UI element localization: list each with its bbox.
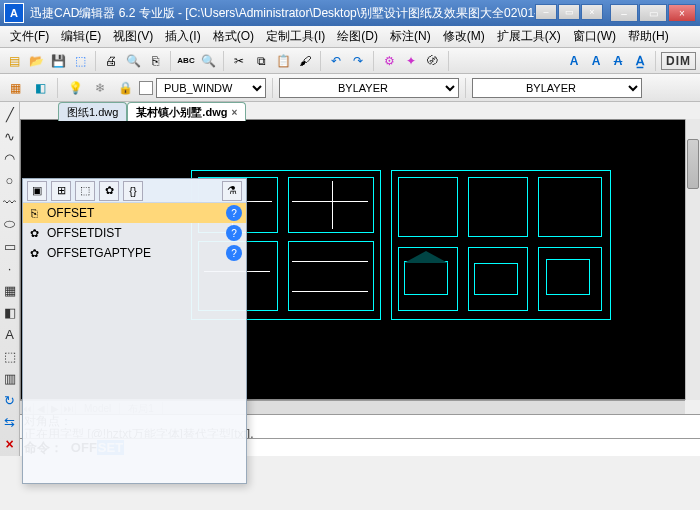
publish-icon[interactable]: ⎘ (145, 51, 165, 71)
saveall-icon[interactable]: ⬚ (70, 51, 90, 71)
standard-toolbar: ▤ 📂 💾 ⬚ 🖨 🔍 ⎘ ABC 🔍 ✂ ⧉ 📋 🖌 ↶ ↷ ⚙ ✦ 〄 A … (0, 48, 700, 74)
menu-modify[interactable]: 修改(M) (439, 26, 489, 47)
text-icon[interactable]: A (2, 326, 18, 342)
window-buttons: – ▭ × – ▭ × (535, 4, 696, 22)
new-icon[interactable]: ▤ (4, 51, 24, 71)
ac-row-text: OFFSETDIST (47, 226, 220, 240)
layer-manager-icon[interactable]: ▦ (4, 77, 26, 99)
circle-icon[interactable]: ○ (2, 172, 18, 188)
menu-view[interactable]: 视图(V) (109, 26, 157, 47)
autocomplete-popup: ▣ ⊞ ⬚ ✿ {} ⚗ ⎘ OFFSET ? ✿ OFFSETDIST ? ✿… (22, 178, 247, 484)
ac-row-text: OFFSET (47, 206, 220, 220)
window-title: 迅捷CAD编辑器 6.2 专业版 - [C:\Users\Administrat… (30, 5, 535, 22)
ac-filter-4-icon[interactable]: ✿ (99, 181, 119, 201)
line-icon[interactable]: ╱ (2, 106, 18, 122)
app-icon: A (4, 3, 24, 23)
ac-row-icon: ⎘ (27, 206, 41, 220)
ac-help-icon[interactable]: ? (226, 245, 242, 261)
layer-combo[interactable]: PUB_WINDW (156, 78, 266, 98)
properties-toolbar: ▦ ◧ 💡 ❄ 🔒 PUB_WINDW BYLAYER BYLAYER (0, 74, 700, 102)
menu-help[interactable]: 帮助(H) (624, 26, 673, 47)
ac-help-icon[interactable]: ? (226, 205, 242, 221)
spell-icon[interactable]: ABC (176, 51, 196, 71)
bulb-icon[interactable]: 💡 (64, 77, 86, 99)
recover-icon[interactable]: ✦ (401, 51, 421, 71)
layer-color-icon[interactable] (139, 81, 153, 95)
vertical-scrollbar[interactable] (685, 119, 700, 400)
point-icon[interactable]: · (2, 260, 18, 276)
menu-insert[interactable]: 插入(I) (161, 26, 204, 47)
menu-window[interactable]: 窗口(W) (569, 26, 620, 47)
textstyle-a1-icon[interactable]: A (564, 51, 584, 71)
color-combo[interactable]: BYLAYER (279, 78, 459, 98)
ac-filter-5-icon[interactable]: {} (123, 181, 143, 201)
autocomplete-header: ▣ ⊞ ⬚ ✿ {} ⚗ (23, 179, 246, 203)
matchprop-icon[interactable]: 🖌 (295, 51, 315, 71)
print-icon[interactable]: 🖨 (101, 51, 121, 71)
freeze-icon[interactable]: ❄ (89, 77, 111, 99)
textstyle-a2-icon[interactable]: A (586, 51, 606, 71)
scrollbar-thumb[interactable] (687, 139, 699, 189)
undo-icon[interactable]: ↶ (326, 51, 346, 71)
layer-states-icon[interactable]: ◧ (29, 77, 51, 99)
ac-filter-2-icon[interactable]: ⊞ (51, 181, 71, 201)
redo-icon[interactable]: ↷ (348, 51, 368, 71)
doc-tab-1[interactable]: 图纸1.dwg (58, 102, 127, 121)
doc-tab-2[interactable]: 某村镇小别墅.dwg× (127, 102, 246, 121)
ac-help-icon[interactable]: ? (226, 225, 242, 241)
minimize-button[interactable]: – (610, 4, 638, 22)
mdi-minimize-button[interactable]: – (535, 4, 557, 20)
hatch-icon[interactable]: ▦ (2, 282, 18, 298)
menu-edit[interactable]: 编辑(E) (57, 26, 105, 47)
cancel-icon[interactable]: × (2, 436, 18, 452)
textstyle-a3-icon[interactable]: A (608, 51, 628, 71)
autocomplete-body (23, 263, 246, 483)
ac-filter-1-icon[interactable]: ▣ (27, 181, 47, 201)
block-icon[interactable]: ⬚ (2, 348, 18, 364)
purge-icon[interactable]: 〄 (423, 51, 443, 71)
refresh-icon[interactable]: ↻ (2, 392, 18, 408)
mdi-close-button[interactable]: × (581, 4, 603, 20)
ac-filter-3-icon[interactable]: ⬚ (75, 181, 95, 201)
copy-icon[interactable]: ⧉ (251, 51, 271, 71)
autocomplete-row-1[interactable]: ✿ OFFSETDIST ? (23, 223, 246, 243)
region-icon[interactable]: ◧ (2, 304, 18, 320)
audit-icon[interactable]: ⚙ (379, 51, 399, 71)
menu-dim[interactable]: 标注(N) (386, 26, 435, 47)
drawing-content (191, 170, 621, 330)
sync-icon[interactable]: ⇆ (2, 414, 18, 430)
polyline-icon[interactable]: ∿ (2, 128, 18, 144)
ellipse-icon[interactable]: ⬭ (2, 216, 18, 232)
menu-file[interactable]: 文件(F) (6, 26, 53, 47)
cut-icon[interactable]: ✂ (229, 51, 249, 71)
autocomplete-row-0[interactable]: ⎘ OFFSET ? (23, 203, 246, 223)
ac-row-text: OFFSETGAPTYPE (47, 246, 220, 260)
find-icon[interactable]: 🔍 (198, 51, 218, 71)
close-button[interactable]: × (668, 4, 696, 22)
doc-tab-2-label: 某村镇小别墅.dwg (136, 105, 227, 120)
linetype-combo[interactable]: BYLAYER (472, 78, 642, 98)
mdi-restore-button[interactable]: ▭ (558, 4, 580, 20)
preview-icon[interactable]: 🔍 (123, 51, 143, 71)
document-tabs: 图纸1.dwg 某村镇小别墅.dwg× (58, 102, 246, 121)
menu-expresstools[interactable]: 扩展工具(X) (493, 26, 565, 47)
table-icon[interactable]: ▥ (2, 370, 18, 386)
open-icon[interactable]: 📂 (26, 51, 46, 71)
menu-customtools[interactable]: 定制工具(I) (262, 26, 329, 47)
arc-icon[interactable]: ◠ (2, 150, 18, 166)
ac-filter-6-icon[interactable]: ⚗ (222, 181, 242, 201)
rectangle-icon[interactable]: ▭ (2, 238, 18, 254)
dim-label[interactable]: DIM (661, 52, 696, 70)
textstyle-a4-icon[interactable]: A̲ (630, 51, 650, 71)
lock-icon[interactable]: 🔒 (114, 77, 136, 99)
doc-tab-1-label: 图纸1.dwg (67, 105, 118, 120)
maximize-button[interactable]: ▭ (639, 4, 667, 22)
doc-tab-close-icon[interactable]: × (231, 107, 237, 118)
menu-draw[interactable]: 绘图(D) (333, 26, 382, 47)
paste-icon[interactable]: 📋 (273, 51, 293, 71)
ac-row-icon: ✿ (27, 226, 41, 240)
spline-icon[interactable]: 〰 (2, 194, 18, 210)
menu-format[interactable]: 格式(O) (209, 26, 258, 47)
autocomplete-row-2[interactable]: ✿ OFFSETGAPTYPE ? (23, 243, 246, 263)
save-icon[interactable]: 💾 (48, 51, 68, 71)
